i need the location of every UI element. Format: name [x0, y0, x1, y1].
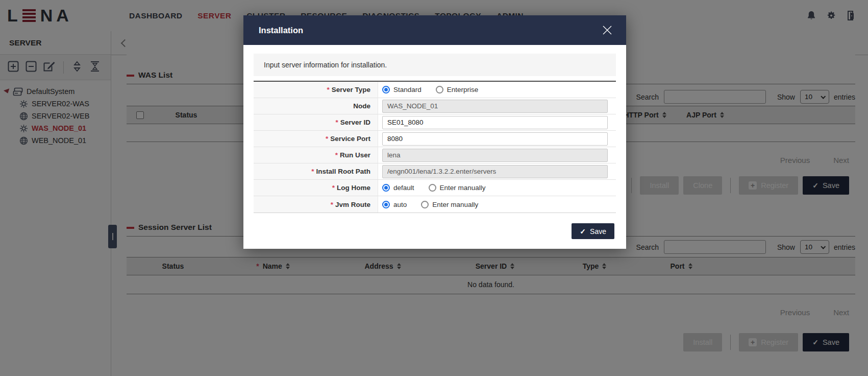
modal-header: Installation: [243, 15, 626, 45]
form-row-node: Node: [254, 98, 616, 114]
form-row-jvm-route: * Jvm Route auto Enter manually: [254, 196, 616, 213]
radio-selected-icon[interactable]: [382, 201, 390, 208]
server-type-enterprise-radio[interactable]: Enterprise: [436, 86, 479, 93]
field-label: Install Root Path: [316, 168, 370, 175]
service-port-field[interactable]: [382, 132, 608, 146]
radio-selected-icon[interactable]: [382, 86, 390, 93]
modal-body: Input server information for installatio…: [243, 45, 626, 213]
radio-unselected-icon[interactable]: [421, 201, 429, 208]
field-label: Log Home: [337, 184, 370, 192]
jvm-route-auto-radio[interactable]: auto: [382, 201, 407, 208]
required-marker: *: [335, 119, 338, 126]
run-user-field: [382, 149, 608, 162]
required-marker: *: [332, 184, 335, 192]
modal-info-text: Input server information for installatio…: [254, 54, 616, 76]
field-label: Server ID: [340, 119, 370, 126]
close-icon[interactable]: [600, 22, 615, 38]
log-home-manual-radio[interactable]: Enter manually: [429, 184, 486, 192]
modal-save-button[interactable]: ✓ Save: [572, 223, 614, 239]
form-row-log-home: * Log Home default Enter manually: [254, 180, 616, 196]
field-label: Node: [353, 102, 370, 110]
required-marker: *: [327, 86, 329, 93]
field-label: Server Type: [332, 86, 370, 93]
radio-unselected-icon[interactable]: [429, 184, 436, 192]
installation-modal: Installation Input server information fo…: [243, 15, 626, 249]
required-marker: *: [335, 151, 338, 159]
form-row-run-user: * Run User: [254, 147, 616, 163]
required-marker: *: [326, 135, 328, 143]
modal-title: Installation: [259, 26, 600, 35]
radio-selected-icon[interactable]: [382, 184, 390, 192]
required-marker: *: [311, 168, 314, 175]
field-label: Jvm Route: [335, 201, 370, 208]
form-row-server-type: * Server Type Standard Enterprise: [254, 82, 616, 98]
field-label: Service Port: [330, 135, 370, 143]
form-row-server-id: * Server ID: [254, 114, 616, 131]
server-type-standard-radio[interactable]: Standard: [382, 86, 421, 93]
form-row-install-root-path: * Install Root Path: [254, 163, 616, 180]
installation-form: * Server Type Standard Enterprise: [254, 81, 616, 213]
server-id-field[interactable]: [382, 116, 608, 129]
field-label: Run User: [340, 151, 370, 159]
log-home-default-radio[interactable]: default: [382, 184, 414, 192]
check-icon: ✓: [580, 227, 586, 236]
install-root-path-field: [382, 165, 608, 178]
radio-unselected-icon[interactable]: [436, 86, 443, 93]
node-field: [382, 100, 608, 113]
required-marker: *: [331, 201, 333, 208]
jvm-route-manual-radio[interactable]: Enter manually: [421, 201, 478, 208]
form-row-service-port: * Service Port: [254, 131, 616, 147]
